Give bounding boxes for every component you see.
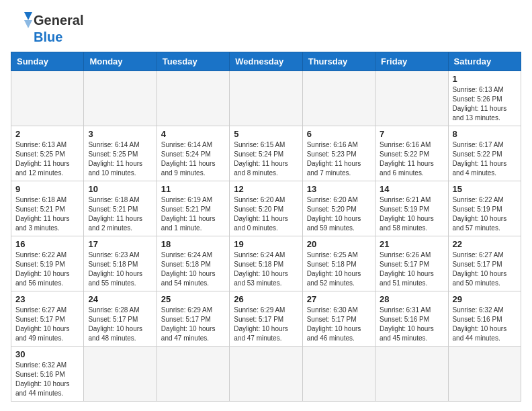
- day-number: 18: [161, 239, 225, 249]
- day-number: 20: [307, 239, 371, 249]
- day-info: Sunrise: 6:27 AM Sunset: 5:17 PM Dayligh…: [15, 306, 79, 343]
- calendar-cell: 24Sunrise: 6:28 AM Sunset: 5:17 PM Dayli…: [84, 291, 157, 347]
- day-info: Sunrise: 6:14 AM Sunset: 5:24 PM Dayligh…: [161, 140, 225, 178]
- day-number: 2: [15, 129, 79, 139]
- calendar-cell: 28Sunrise: 6:31 AM Sunset: 5:16 PM Dayli…: [375, 291, 448, 347]
- day-number: 3: [88, 129, 152, 139]
- day-number: 6: [307, 129, 371, 139]
- day-info: Sunrise: 6:32 AM Sunset: 5:16 PM Dayligh…: [15, 361, 79, 398]
- calendar-cell: 10Sunrise: 6:18 AM Sunset: 5:21 PM Dayli…: [84, 181, 157, 236]
- column-header-thursday: Thursday: [302, 52, 375, 71]
- column-header-sunday: Sunday: [11, 52, 84, 71]
- calendar-week-2: 9Sunrise: 6:18 AM Sunset: 5:21 PM Daylig…: [11, 181, 521, 236]
- calendar-week-5: 30Sunrise: 6:32 AM Sunset: 5:16 PM Dayli…: [11, 347, 521, 402]
- day-number: 8: [453, 129, 517, 139]
- calendar-cell: 14Sunrise: 6:21 AM Sunset: 5:19 PM Dayli…: [375, 181, 448, 236]
- day-info: Sunrise: 6:29 AM Sunset: 5:17 PM Dayligh…: [234, 306, 298, 343]
- calendar-cell: 25Sunrise: 6:29 AM Sunset: 5:17 PM Dayli…: [157, 291, 229, 347]
- calendar-cell: 9Sunrise: 6:18 AM Sunset: 5:21 PM Daylig…: [11, 181, 84, 236]
- calendar-cell: 11Sunrise: 6:19 AM Sunset: 5:21 PM Dayli…: [157, 181, 229, 236]
- calendar-week-0: 1Sunrise: 6:13 AM Sunset: 5:26 PM Daylig…: [11, 71, 521, 126]
- day-number: 28: [380, 294, 443, 304]
- day-info: Sunrise: 6:15 AM Sunset: 5:24 PM Dayligh…: [234, 140, 298, 178]
- day-info: Sunrise: 6:19 AM Sunset: 5:21 PM Dayligh…: [161, 195, 225, 233]
- day-number: 11: [161, 184, 225, 194]
- day-number: 13: [307, 184, 371, 194]
- day-info: Sunrise: 6:32 AM Sunset: 5:16 PM Dayligh…: [453, 306, 517, 343]
- day-info: Sunrise: 6:27 AM Sunset: 5:17 PM Dayligh…: [453, 250, 517, 288]
- day-info: Sunrise: 6:23 AM Sunset: 5:18 PM Dayligh…: [88, 250, 152, 288]
- day-number: 16: [15, 239, 79, 249]
- day-info: Sunrise: 6:26 AM Sunset: 5:17 PM Dayligh…: [380, 250, 443, 288]
- day-info: Sunrise: 6:20 AM Sunset: 5:20 PM Dayligh…: [234, 195, 298, 233]
- calendar-cell: [84, 347, 157, 402]
- calendar-cell: 3Sunrise: 6:14 AM Sunset: 5:25 PM Daylig…: [84, 126, 157, 181]
- calendar-cell: 23Sunrise: 6:27 AM Sunset: 5:17 PM Dayli…: [11, 291, 84, 347]
- calendar-week-4: 23Sunrise: 6:27 AM Sunset: 5:17 PM Dayli…: [11, 291, 521, 347]
- column-header-tuesday: Tuesday: [157, 52, 229, 71]
- day-info: Sunrise: 6:21 AM Sunset: 5:19 PM Dayligh…: [380, 195, 443, 233]
- calendar-cell: 27Sunrise: 6:30 AM Sunset: 5:17 PM Dayli…: [302, 291, 375, 347]
- calendar-cell: [84, 71, 157, 126]
- day-number: 5: [234, 129, 298, 139]
- calendar-table: SundayMondayTuesdayWednesdayThursdayFrid…: [11, 52, 521, 402]
- calendar-cell: 8Sunrise: 6:17 AM Sunset: 5:22 PM Daylig…: [448, 126, 521, 181]
- day-number: 26: [234, 294, 298, 304]
- day-number: 22: [453, 239, 517, 249]
- day-number: 14: [380, 184, 443, 194]
- column-header-saturday: Saturday: [448, 52, 521, 71]
- calendar-cell: 13Sunrise: 6:20 AM Sunset: 5:20 PM Dayli…: [302, 181, 375, 236]
- calendar-cell: 12Sunrise: 6:20 AM Sunset: 5:20 PM Dayli…: [230, 181, 302, 236]
- calendar-cell: [375, 71, 448, 126]
- calendar-cell: 26Sunrise: 6:29 AM Sunset: 5:17 PM Dayli…: [230, 291, 302, 347]
- day-number: 10: [88, 184, 152, 194]
- day-number: 9: [15, 184, 79, 194]
- calendar-cell: 18Sunrise: 6:24 AM Sunset: 5:18 PM Dayli…: [157, 236, 229, 291]
- day-number: 17: [88, 239, 152, 249]
- day-info: Sunrise: 6:13 AM Sunset: 5:25 PM Dayligh…: [15, 140, 79, 178]
- day-info: Sunrise: 6:30 AM Sunset: 5:17 PM Dayligh…: [307, 306, 371, 343]
- logo: General Blue: [11, 11, 83, 45]
- day-info: Sunrise: 6:25 AM Sunset: 5:18 PM Dayligh…: [307, 250, 371, 288]
- day-number: 1: [453, 74, 517, 84]
- calendar-cell: 22Sunrise: 6:27 AM Sunset: 5:17 PM Dayli…: [448, 236, 521, 291]
- calendar-cell: 16Sunrise: 6:22 AM Sunset: 5:19 PM Dayli…: [11, 236, 84, 291]
- day-number: 15: [453, 184, 517, 194]
- day-number: 21: [380, 239, 443, 249]
- day-info: Sunrise: 6:16 AM Sunset: 5:23 PM Dayligh…: [307, 140, 371, 178]
- calendar-cell: [157, 347, 229, 402]
- calendar-week-1: 2Sunrise: 6:13 AM Sunset: 5:25 PM Daylig…: [11, 126, 521, 181]
- calendar-cell: 2Sunrise: 6:13 AM Sunset: 5:25 PM Daylig…: [11, 126, 84, 181]
- day-info: Sunrise: 6:16 AM Sunset: 5:22 PM Dayligh…: [380, 140, 443, 178]
- calendar-cell: 4Sunrise: 6:14 AM Sunset: 5:24 PM Daylig…: [157, 126, 229, 181]
- calendar-cell: 1Sunrise: 6:13 AM Sunset: 5:26 PM Daylig…: [448, 71, 521, 126]
- calendar-cell: 21Sunrise: 6:26 AM Sunset: 5:17 PM Dayli…: [375, 236, 448, 291]
- day-number: 24: [88, 294, 152, 304]
- calendar-cell: 5Sunrise: 6:15 AM Sunset: 5:24 PM Daylig…: [230, 126, 302, 181]
- day-number: 7: [380, 129, 443, 139]
- column-header-wednesday: Wednesday: [230, 52, 302, 71]
- calendar-week-3: 16Sunrise: 6:22 AM Sunset: 5:19 PM Dayli…: [11, 236, 521, 291]
- day-number: 25: [161, 294, 225, 304]
- logo-text-general: General: [34, 13, 83, 28]
- svg-marker-1: [24, 12, 32, 20]
- day-info: Sunrise: 6:22 AM Sunset: 5:19 PM Dayligh…: [15, 250, 79, 288]
- day-info: Sunrise: 6:13 AM Sunset: 5:26 PM Dayligh…: [453, 85, 517, 123]
- calendar-cell: [302, 71, 375, 126]
- calendar-cell: 17Sunrise: 6:23 AM Sunset: 5:18 PM Dayli…: [84, 236, 157, 291]
- calendar-cell: [11, 71, 84, 126]
- calendar-cell: 19Sunrise: 6:24 AM Sunset: 5:18 PM Dayli…: [230, 236, 302, 291]
- calendar-cell: 30Sunrise: 6:32 AM Sunset: 5:16 PM Dayli…: [11, 347, 84, 402]
- day-info: Sunrise: 6:24 AM Sunset: 5:18 PM Dayligh…: [234, 250, 298, 288]
- day-number: 30: [15, 349, 79, 359]
- calendar-cell: [157, 71, 229, 126]
- column-header-friday: Friday: [375, 52, 448, 71]
- logo-icon: [11, 11, 32, 30]
- logo: General Blue: [11, 11, 83, 45]
- day-info: Sunrise: 6:20 AM Sunset: 5:20 PM Dayligh…: [307, 195, 371, 233]
- svg-marker-2: [24, 20, 32, 28]
- calendar-header-row: SundayMondayTuesdayWednesdayThursdayFrid…: [11, 52, 521, 71]
- day-info: Sunrise: 6:28 AM Sunset: 5:17 PM Dayligh…: [88, 306, 152, 343]
- calendar-cell: [302, 347, 375, 402]
- column-header-monday: Monday: [84, 52, 157, 71]
